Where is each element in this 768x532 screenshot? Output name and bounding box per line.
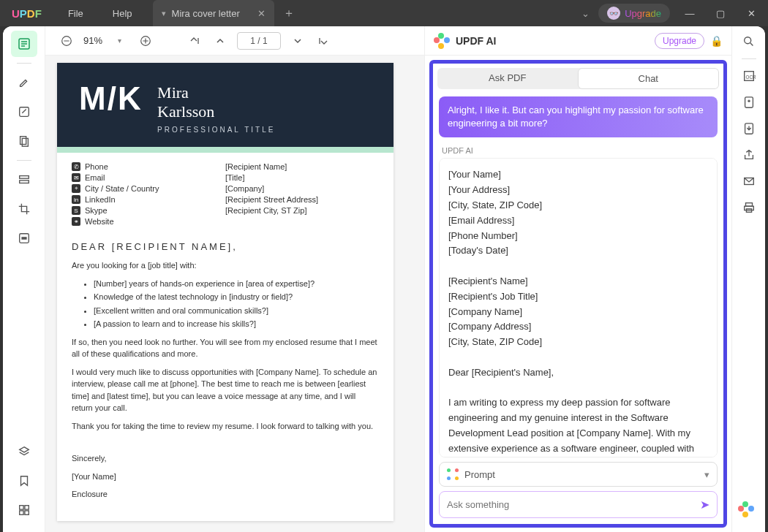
- ai-launch-icon[interactable]: [738, 501, 760, 523]
- tool-form-icon[interactable]: [11, 167, 37, 193]
- chevron-down-icon: ▾: [704, 469, 709, 480]
- lock-icon[interactable]: 🔒: [710, 35, 723, 47]
- tool-thumbnails-icon[interactable]: [11, 497, 37, 523]
- compress-icon[interactable]: [738, 91, 760, 113]
- location-icon: ⌖: [72, 184, 80, 193]
- svg-rect-14: [24, 511, 28, 514]
- zoom-in-button[interactable]: [136, 31, 155, 50]
- svg-rect-12: [24, 506, 28, 509]
- doc-monogram: M/K: [79, 80, 143, 117]
- ai-tab-ask-pdf[interactable]: Ask PDF: [437, 68, 578, 89]
- left-sidebar: [3, 26, 45, 532]
- ocr-icon[interactable]: OCR: [738, 65, 760, 87]
- svg-rect-11: [19, 506, 23, 509]
- tool-reader-icon[interactable]: [11, 31, 37, 57]
- page-first-button[interactable]: [184, 31, 203, 50]
- page-last-button[interactable]: [315, 31, 334, 50]
- skype-icon: S: [72, 206, 80, 215]
- svg-rect-5: [20, 137, 26, 145]
- svg-rect-7: [19, 176, 29, 179]
- window-close-button[interactable]: ✕: [740, 2, 762, 24]
- website-icon: ⚭: [72, 217, 80, 226]
- tab-add-button[interactable]: ＋: [283, 6, 295, 21]
- right-sidebar: OCR: [731, 26, 765, 532]
- doc-professional-title: PROFESSIONAL TITLE: [157, 126, 275, 134]
- ai-prompt-bar[interactable]: Prompt ▾: [439, 462, 718, 487]
- menu-file[interactable]: File: [53, 8, 98, 19]
- upgrade-button[interactable]: 👓 Upgrade: [598, 4, 670, 23]
- ai-panel-title: UPDF AI: [456, 35, 496, 47]
- svg-rect-13: [19, 511, 23, 514]
- window-minimize-button[interactable]: —: [679, 2, 701, 24]
- doc-toolbar: 91% ▾ 1 / 1: [45, 26, 424, 56]
- zoom-value: 91%: [83, 35, 102, 46]
- svg-line-21: [750, 43, 753, 46]
- chevron-down-icon[interactable]: ⌄: [581, 8, 590, 19]
- ai-input[interactable]: [447, 499, 694, 510]
- tool-layers-icon[interactable]: [11, 438, 37, 465]
- svg-point-20: [744, 37, 750, 44]
- svg-rect-28: [744, 206, 753, 210]
- document-page: M/K Mira Karlsson PROFESSIONAL TITLE ✆Ph…: [57, 63, 394, 521]
- tab-dropdown-icon: ▾: [162, 9, 166, 18]
- page-prev-button[interactable]: [211, 31, 230, 50]
- app-logo: UPDF: [0, 7, 53, 20]
- upgrade-label: Upgrade: [625, 8, 661, 19]
- tool-pages-icon[interactable]: [11, 128, 37, 154]
- titlebar: UPDF File Help ▾ Mira cover letter ✕ ＋ ⌄…: [0, 0, 768, 26]
- tab-title: Mira cover letter: [172, 8, 240, 19]
- svg-text:OCR: OCR: [745, 75, 756, 80]
- document-tab[interactable]: ▾ Mira cover letter ✕: [153, 0, 274, 26]
- send-button[interactable]: ➤: [700, 498, 709, 512]
- tool-crop-icon[interactable]: [11, 196, 37, 222]
- doc-last-name: Karlsson: [157, 102, 275, 121]
- ai-response: [Your Name][Your Address][City, State, Z…: [439, 158, 718, 457]
- linkedin-icon: in: [72, 195, 80, 204]
- tool-edit-icon[interactable]: [11, 99, 37, 125]
- zoom-out-button[interactable]: [57, 31, 76, 50]
- mail-icon[interactable]: [738, 170, 760, 192]
- menu-help[interactable]: Help: [98, 8, 147, 19]
- search-icon[interactable]: [738, 31, 760, 53]
- export-icon[interactable]: [738, 118, 760, 140]
- ai-panel: UPDF AI Upgrade 🔒 Ask PDF Chat Alright, …: [424, 26, 731, 532]
- prompt-icon: [447, 468, 459, 480]
- ai-tabs: Ask PDF Chat: [437, 68, 719, 89]
- page-next-button[interactable]: [288, 31, 307, 50]
- window-maximize-button[interactable]: ▢: [709, 2, 731, 24]
- svg-rect-10: [21, 237, 26, 240]
- phone-icon: ✆: [72, 162, 80, 171]
- ai-tab-chat[interactable]: Chat: [578, 68, 720, 89]
- tool-redact-icon[interactable]: [11, 225, 37, 251]
- ai-input-bar[interactable]: ➤: [439, 491, 718, 518]
- document-viewer[interactable]: M/K Mira Karlsson PROFESSIONAL TITLE ✆Ph…: [45, 56, 424, 532]
- zoom-dropdown-icon[interactable]: ▾: [110, 31, 129, 50]
- ai-user-message: Alright, I like it. But can you highligh…: [439, 96, 718, 137]
- doc-salutation: DEAR [RECIPIENT NAME],: [72, 241, 379, 252]
- tool-bookmark-icon[interactable]: [11, 468, 37, 494]
- ai-response-label: UPDF AI: [442, 146, 715, 155]
- ai-upgrade-button[interactable]: Upgrade: [655, 33, 704, 49]
- ai-logo-icon: [434, 33, 450, 49]
- upgrade-emoji-icon: 👓: [607, 7, 620, 20]
- share-icon[interactable]: [738, 144, 760, 166]
- tab-close-icon[interactable]: ✕: [257, 8, 266, 19]
- doc-first-name: Mira: [157, 83, 275, 102]
- tool-highlight-icon[interactable]: [11, 69, 37, 96]
- email-icon: ✉: [72, 173, 80, 182]
- page-indicator[interactable]: 1 / 1: [237, 32, 281, 50]
- print-icon[interactable]: [738, 197, 760, 218]
- svg-rect-6: [22, 138, 28, 146]
- svg-rect-8: [19, 180, 29, 183]
